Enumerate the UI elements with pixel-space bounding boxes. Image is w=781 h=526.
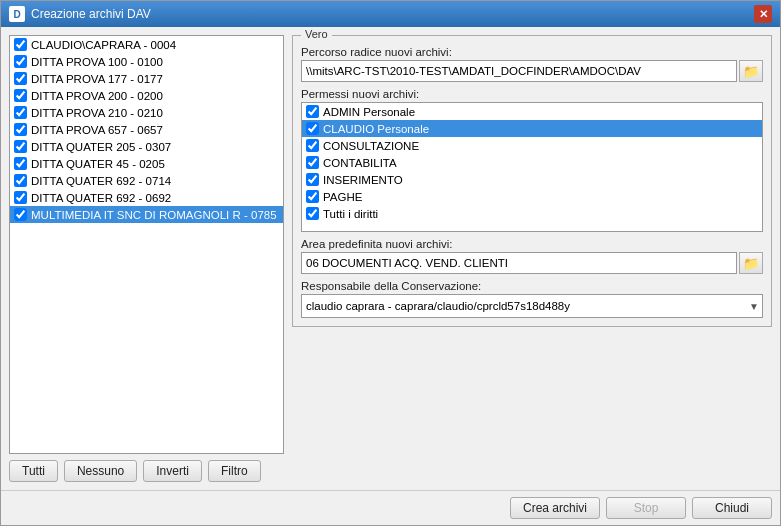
list-item[interactable]: CLAUDIO\CAPRARA - 0004 bbox=[10, 36, 283, 53]
perms-item[interactable]: CLAUDIO Personale bbox=[302, 120, 762, 137]
tutti-button[interactable]: Tutti bbox=[9, 460, 58, 482]
list-item-checkbox[interactable] bbox=[14, 174, 27, 187]
list-item[interactable]: DITTA QUATER 45 - 0205 bbox=[10, 155, 283, 172]
titlebar-left: D Creazione archivi DAV bbox=[9, 6, 151, 22]
list-item-checkbox[interactable] bbox=[14, 140, 27, 153]
list-item-label: DITTA PROVA 100 - 0100 bbox=[31, 56, 163, 68]
perms-item[interactable]: INSERIMENTO bbox=[302, 171, 762, 188]
list-item-checkbox[interactable] bbox=[14, 157, 27, 170]
list-item-checkbox[interactable] bbox=[14, 38, 27, 51]
list-item[interactable]: DITTA QUATER 692 - 0714 bbox=[10, 172, 283, 189]
list-item-checkbox[interactable] bbox=[14, 89, 27, 102]
perms-item[interactable]: CONSULTAZIONE bbox=[302, 137, 762, 154]
perms-item-checkbox[interactable] bbox=[306, 207, 319, 220]
list-item-label: DITTA PROVA 657 - 0657 bbox=[31, 124, 163, 136]
perms-item-checkbox[interactable] bbox=[306, 173, 319, 186]
responsabile-select[interactable]: claudio caprara - caprara/claudio/cprcld… bbox=[301, 294, 763, 318]
stop-button[interactable]: Stop bbox=[606, 497, 686, 519]
list-item-checkbox[interactable] bbox=[14, 55, 27, 68]
list-item-checkbox[interactable] bbox=[14, 123, 27, 136]
area-folder-button[interactable]: 📁 bbox=[739, 252, 763, 274]
app-icon: D bbox=[9, 6, 25, 22]
permessi-list[interactable]: ADMIN PersonaleCLAUDIO PersonaleCONSULTA… bbox=[301, 102, 763, 232]
permessi-label: Permessi nuovi archivi: bbox=[301, 88, 763, 100]
list-item[interactable]: DITTA QUATER 692 - 0692 bbox=[10, 189, 283, 206]
perms-item[interactable]: PAGHE bbox=[302, 188, 762, 205]
list-item-checkbox[interactable] bbox=[14, 191, 27, 204]
list-item[interactable]: MULTIMEDIA IT SNC DI ROMAGNOLI R - 0785 bbox=[10, 206, 283, 223]
list-item-label: DITTA PROVA 200 - 0200 bbox=[31, 90, 163, 102]
perms-item-checkbox[interactable] bbox=[306, 156, 319, 169]
area-label: Area predefinita nuovi archivi: bbox=[301, 238, 763, 250]
area-field-container: 📁 bbox=[301, 252, 763, 274]
list-item[interactable]: DITTA PROVA 657 - 0657 bbox=[10, 121, 283, 138]
list-item[interactable]: DITTA PROVA 210 - 0210 bbox=[10, 104, 283, 121]
responsabile-select-wrapper: claudio caprara - caprara/claudio/cprcld… bbox=[301, 294, 763, 318]
percorso-input[interactable] bbox=[301, 60, 737, 82]
titlebar: D Creazione archivi DAV ✕ bbox=[1, 1, 780, 27]
list-item-checkbox[interactable] bbox=[14, 72, 27, 85]
list-item-label: DITTA QUATER 205 - 0307 bbox=[31, 141, 171, 153]
percorso-folder-button[interactable]: 📁 bbox=[739, 60, 763, 82]
perms-item-label: CONSULTAZIONE bbox=[323, 140, 419, 152]
percorso-field-container: 📁 bbox=[301, 60, 763, 82]
footer: Crea archivi Stop Chiudi bbox=[1, 490, 780, 525]
list-item[interactable]: DITTA PROVA 100 - 0100 bbox=[10, 53, 283, 70]
list-item-label: DITTA QUATER 692 - 0714 bbox=[31, 175, 171, 187]
list-item-checkbox[interactable] bbox=[14, 208, 27, 221]
nessuno-button[interactable]: Nessuno bbox=[64, 460, 137, 482]
list-item[interactable]: DITTA QUATER 205 - 0307 bbox=[10, 138, 283, 155]
list-item-label: DITTA PROVA 210 - 0210 bbox=[31, 107, 163, 119]
main-content: CLAUDIO\CAPRARA - 0004DITTA PROVA 100 - … bbox=[1, 27, 780, 490]
area-input[interactable] bbox=[301, 252, 737, 274]
list-item[interactable]: DITTA PROVA 200 - 0200 bbox=[10, 87, 283, 104]
perms-item-checkbox[interactable] bbox=[306, 122, 319, 135]
list-item-label: DITTA QUATER 692 - 0692 bbox=[31, 192, 171, 204]
inverti-button[interactable]: Inverti bbox=[143, 460, 202, 482]
percorso-label: Percorso radice nuovi archivi: bbox=[301, 46, 763, 58]
vero-group: Vero Percorso radice nuovi archivi: 📁 Pe… bbox=[292, 35, 772, 327]
close-button[interactable]: ✕ bbox=[754, 5, 772, 23]
perms-item-checkbox[interactable] bbox=[306, 105, 319, 118]
right-panel: Vero Percorso radice nuovi archivi: 📁 Pe… bbox=[292, 35, 772, 482]
group-title: Vero bbox=[301, 28, 332, 40]
list-item-label: DITTA PROVA 177 - 0177 bbox=[31, 73, 163, 85]
list-item-checkbox[interactable] bbox=[14, 106, 27, 119]
perms-item[interactable]: Tutti i diritti bbox=[302, 205, 762, 222]
perms-item-label: PAGHE bbox=[323, 191, 362, 203]
right-content: Percorso radice nuovi archivi: 📁 Permess… bbox=[301, 40, 763, 318]
list-item-label: CLAUDIO\CAPRARA - 0004 bbox=[31, 39, 176, 51]
filtro-button[interactable]: Filtro bbox=[208, 460, 261, 482]
perms-item-label: Tutti i diritti bbox=[323, 208, 378, 220]
perms-item[interactable]: CONTABILITA bbox=[302, 154, 762, 171]
perms-item-label: INSERIMENTO bbox=[323, 174, 403, 186]
main-window: D Creazione archivi DAV ✕ CLAUDIO\CAPRAR… bbox=[0, 0, 781, 526]
archive-list[interactable]: CLAUDIO\CAPRARA - 0004DITTA PROVA 100 - … bbox=[9, 35, 284, 454]
left-panel: CLAUDIO\CAPRARA - 0004DITTA PROVA 100 - … bbox=[9, 35, 284, 482]
list-item-label: MULTIMEDIA IT SNC DI ROMAGNOLI R - 0785 bbox=[31, 209, 277, 221]
perms-item-label: CLAUDIO Personale bbox=[323, 123, 429, 135]
chiudi-button[interactable]: Chiudi bbox=[692, 497, 772, 519]
perms-item-checkbox[interactable] bbox=[306, 190, 319, 203]
perms-item-checkbox[interactable] bbox=[306, 139, 319, 152]
list-item[interactable]: DITTA PROVA 177 - 0177 bbox=[10, 70, 283, 87]
perms-item-label: CONTABILITA bbox=[323, 157, 397, 169]
window-title: Creazione archivi DAV bbox=[31, 7, 151, 21]
perms-item-label: ADMIN Personale bbox=[323, 106, 415, 118]
responsabile-label: Responsabile della Conservazione: bbox=[301, 280, 763, 292]
crea-archivi-button[interactable]: Crea archivi bbox=[510, 497, 600, 519]
left-buttons: Tutti Nessuno Inverti Filtro bbox=[9, 460, 284, 482]
list-item-label: DITTA QUATER 45 - 0205 bbox=[31, 158, 165, 170]
perms-item[interactable]: ADMIN Personale bbox=[302, 103, 762, 120]
